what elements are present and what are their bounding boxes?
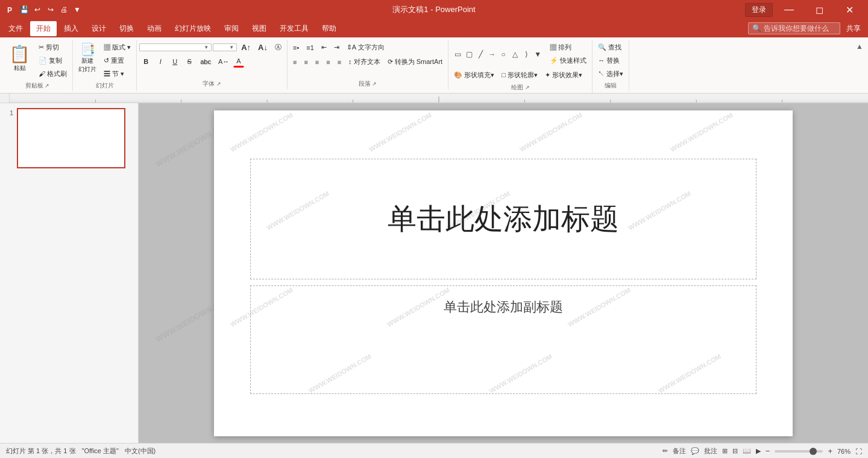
slide-canvas[interactable]: WWW.WEIDOWN.COM WWW.WEIDOWN.COM WWW.WEID… [214,110,793,436]
zoom-out-icon[interactable]: − [766,447,770,456]
menu-search-box[interactable]: 🔍 [748,22,840,34]
undo-quick-btn[interactable]: ↩ [31,4,43,16]
menu-review[interactable]: 审阅 [218,21,245,36]
ribbon-group-slides: 📑 新建幻灯片 ▦ 版式 ▾ ↺ 重置 ☰ 节 ▾ 幻灯片 [73,40,137,91]
increase-font-button[interactable]: A↑ [238,41,254,54]
replace-button[interactable]: ↔ 替换 [595,54,626,67]
comments-label[interactable]: 批注 [704,447,717,456]
zoom-slider[interactable] [775,450,823,453]
format-painter-button[interactable]: 🖌 格式刷 [36,68,70,80]
para-row2: ≡ ≡ ≡ ≡ ≡ ↕ 对齐文本 ⟳ 转换为 SmartArt [290,56,445,68]
shape-outline-button[interactable]: □ 形状轮廓▾ [498,69,541,81]
zoom-level[interactable]: 76% [837,448,851,455]
minimize-button[interactable]: — [775,0,803,19]
menu-home[interactable]: 开始 [30,21,57,36]
view-normal-icon[interactable]: ⊞ [722,447,728,455]
shape-circle[interactable]: ○ [498,49,509,60]
redo-quick-btn[interactable]: ↪ [45,4,57,16]
ribbon-group-font: ▼ ▼ A↑ A↓ Ⓐ B I U S abc A↔ A 字体 ↗ [137,40,288,89]
title-bar: P 💾 ↩ ↪ 🖨 ▼ 演示文稿1 - PowerPoint 登录 — ◻ ✕ [0,0,868,19]
align-left-button[interactable]: ≡ [290,57,300,68]
print-quick-btn[interactable]: 🖨 [58,4,70,16]
status-right: ✏ 备注 💬 批注 ⊞ ⊟ 📖 ▶ − + 76% ⛶ [662,447,862,456]
fit-window-icon[interactable]: ⛶ [855,448,862,455]
zoom-in-icon[interactable]: + [828,447,832,456]
notes-label[interactable]: 备注 [673,447,686,456]
slide-subtitle-text: 单击此处添加副标题 [444,298,563,316]
shape-line[interactable]: ╱ [475,49,486,60]
search-input[interactable] [764,24,836,33]
ribbon-collapse-button[interactable]: ▲ [854,40,866,53]
select-button[interactable]: ↖ 选择▾ [595,68,626,80]
align-right-button[interactable]: ≡ [312,57,322,68]
menu-view[interactable]: 视图 [246,21,272,36]
paste-icon: 📋 [9,44,30,64]
view-slideshow-icon[interactable]: ▶ [756,447,761,455]
close-button[interactable]: ✕ [835,0,863,19]
slide-title-placeholder[interactable]: 单击此处添加标题 [250,159,756,279]
copy-button[interactable]: 📄 复制 [36,54,70,67]
view-reading-icon[interactable]: 📖 [743,447,751,455]
customize-quick-btn[interactable]: ▼ [71,4,83,16]
bold-button[interactable]: B [139,56,153,67]
slide-subtitle-placeholder[interactable]: 单击此处添加副标题 [250,285,756,394]
ribbon-group-editing: 🔍 查找 ↔ 替换 ↖ 选择▾ 编辑 [593,40,629,91]
bullet-list-button[interactable]: ≡• [290,42,302,53]
menu-design[interactable]: 设计 [86,21,112,36]
arrange-button[interactable]: ▦ 排列 [547,41,590,54]
menu-developer[interactable]: 开发工具 [274,21,315,36]
shape-rounded[interactable]: ▢ [464,49,474,60]
shape-arrow[interactable]: → [486,49,497,60]
font-row1: ▼ ▼ A↑ A↓ Ⓐ [139,41,285,54]
view-slide-sorter-icon[interactable]: ⊟ [732,447,738,455]
align-center-button[interactable]: ≡ [301,57,310,68]
reset-button[interactable]: ↺ 重置 [101,54,134,67]
shadow-button[interactable]: abc [197,56,214,67]
slide-wm-2: WWW.WEIDOWN.COM [368,111,433,153]
font-color-button[interactable]: A [233,56,244,68]
new-slide-button[interactable]: 📑 新建幻灯片 [75,41,99,76]
layout-button[interactable]: ▦ 版式 ▾ [101,41,134,54]
underline-button[interactable]: U [168,56,181,67]
shape-more[interactable]: ▼ [532,49,543,60]
decrease-font-button[interactable]: A↓ [255,41,271,54]
drawing-row1: ▭ ▢ ╱ → ○ △ ⟩ ▼ ▦ 排列 ⚡ 快速样式 [451,41,590,67]
align-text-button[interactable]: ↕ 对齐文本 [345,56,383,68]
font-size-dropdown[interactable]: ▼ [213,43,237,51]
share-button[interactable]: 共享 [841,21,866,36]
increase-indent-button[interactable]: ⇥ [331,42,342,53]
section-button[interactable]: ☰ 节 ▾ [101,68,134,80]
clear-format-button[interactable]: Ⓐ [272,41,285,54]
shape-rect[interactable]: ▭ [452,49,463,60]
shape-fill-button[interactable]: 🎨 形状填充▾ [451,69,497,81]
justify-button[interactable]: ≡ [323,57,333,68]
menu-transitions[interactable]: 切换 [113,21,140,36]
login-button[interactable]: 登录 [745,3,773,17]
italic-button[interactable]: I [154,56,167,67]
shape-effect-button[interactable]: ✦ 形状效果▾ [542,69,585,81]
find-button[interactable]: 🔍 查找 [595,41,626,54]
paste-button[interactable]: 📋 粘贴 [5,41,34,75]
restore-button[interactable]: ◻ [805,0,833,19]
cut-button[interactable]: ✂ 剪切 [36,41,70,54]
menu-animations[interactable]: 动画 [141,21,168,36]
quick-style-button[interactable]: ⚡ 快速样式 [547,54,590,67]
slide-preview-box[interactable] [17,108,125,168]
slide-thumbnail-1[interactable]: 1 [4,108,134,168]
shape-triangle[interactable]: △ [509,49,520,60]
numbered-list-button[interactable]: ≡1 [303,42,317,53]
distribute-button[interactable]: ≡ [335,57,344,68]
menu-help[interactable]: 帮助 [316,21,342,36]
save-quick-btn[interactable]: 💾 [18,4,30,16]
convert-smartart-button[interactable]: ⟳ 转换为 SmartArt [385,56,446,68]
shape-chevron[interactable]: ⟩ [521,49,532,60]
menu-slideshow[interactable]: 幻灯片放映 [169,21,217,36]
char-spacing-button[interactable]: A↔ [215,56,232,67]
strikethrough-button[interactable]: S [183,56,196,67]
menu-insert[interactable]: 插入 [58,21,84,36]
font-name-dropdown[interactable]: ▼ [139,43,212,51]
decrease-indent-button[interactable]: ⇤ [318,42,330,53]
drawing-arrange-col: ▦ 排列 ⚡ 快速样式 [547,41,590,67]
text-direction-button[interactable]: ⇕A 文字方向 [344,41,388,54]
menu-file[interactable]: 文件 [2,21,29,36]
